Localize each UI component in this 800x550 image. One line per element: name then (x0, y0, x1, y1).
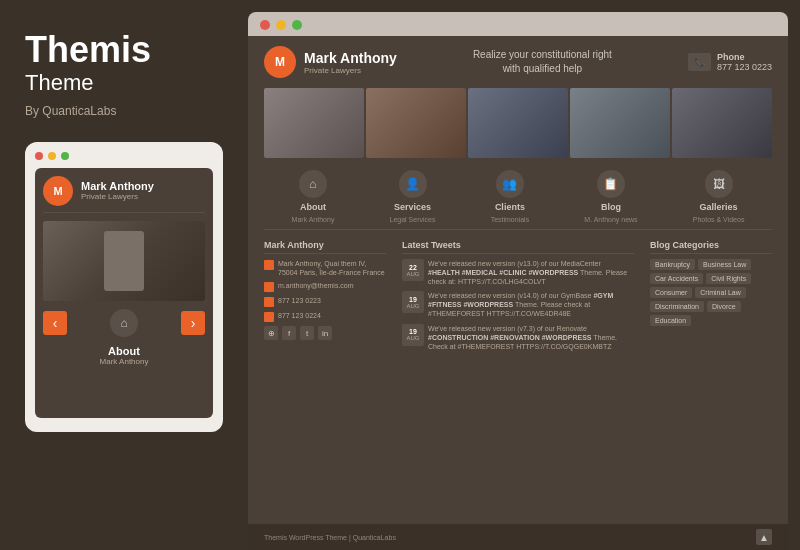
theme-by: By QuanticaLabs (25, 104, 223, 118)
tweet-2-month: AUG (406, 303, 419, 309)
mobile-prev-arrow[interactable]: ‹ (43, 311, 67, 335)
phone-icon: 📞 (688, 53, 711, 71)
categories-title: Blog Categories (650, 240, 772, 254)
tweet-2-day: 19 (409, 296, 417, 303)
nav-item-about[interactable]: ⌂ About Mark Anthony (292, 170, 335, 223)
phone-number: 877 123 0223 (717, 62, 772, 72)
nav-item-services[interactable]: 👤 Services Legal Services (390, 170, 436, 223)
site-name-sub: Private Lawyers (304, 66, 397, 75)
tweet-3-text: We've released new version (v7.3) of our… (428, 324, 634, 351)
social-row: ⊕ f t in (264, 326, 386, 340)
mobile-dot-red (35, 152, 43, 160)
mobile-footer-label: About (43, 345, 205, 357)
address-text: Mark Anthony, Quai them IV, 75004 Paris,… (278, 259, 386, 277)
contact-phone2: 877 123 0224 (264, 311, 386, 322)
mobile-name-group: Mark Anthony Private Lawyers (81, 180, 154, 201)
site-header: M Mark Anthony Private Lawyers Realize y… (248, 36, 788, 88)
cat-criminal-law[interactable]: Criminal Law (695, 287, 745, 298)
tweets-title: Latest Tweets (402, 240, 634, 254)
tweet-2: 19 AUG We've released new version (v14.0… (402, 291, 634, 318)
galleries-label: Galleries (700, 202, 738, 212)
social-linkedin[interactable]: in (318, 326, 332, 340)
mobile-navigation[interactable]: ‹ ⌂ › (43, 309, 205, 337)
social-facebook[interactable]: f (282, 326, 296, 340)
mobile-logo: M (43, 176, 73, 206)
phone1-icon (264, 297, 274, 307)
strip-image-1 (264, 88, 364, 158)
cat-consumer[interactable]: Consumer (650, 287, 692, 298)
social-rss[interactable]: ⊕ (264, 326, 278, 340)
mobile-home-icon[interactable]: ⌂ (110, 309, 138, 337)
mobile-site-name: Mark Anthony (81, 180, 154, 192)
browser-dot-green[interactable] (292, 20, 302, 30)
mobile-dot-green (61, 152, 69, 160)
tweet-3-day: 19 (409, 328, 417, 335)
site-phone: 📞 Phone 877 123 0223 (688, 52, 772, 72)
theme-title: Themis (25, 30, 223, 70)
mobile-site-header: M Mark Anthony Private Lawyers (43, 176, 205, 213)
mobile-footer-sub: Mark Anthony (43, 357, 205, 366)
strip-image-5 (672, 88, 772, 158)
tweets-column: Latest Tweets 22 AUG We've released new … (394, 240, 642, 518)
mobile-site-sub: Private Lawyers (81, 192, 154, 201)
separator (264, 229, 772, 230)
nav-item-clients[interactable]: 👥 Clients Testimonials (491, 170, 530, 223)
phone-info: Phone 877 123 0223 (717, 52, 772, 72)
mobile-next-arrow[interactable]: › (181, 311, 205, 335)
phone-label: Phone (717, 52, 772, 62)
site-tagline: Realize your constitutional right with q… (473, 48, 612, 76)
strip-image-3 (468, 88, 568, 158)
about-label: About (300, 202, 326, 212)
clients-sublabel: Testimonials (491, 216, 530, 223)
email-icon (264, 282, 274, 292)
site-name-group: Mark Anthony Private Lawyers (304, 50, 397, 75)
cat-car-accidents[interactable]: Car Accidents (650, 273, 703, 284)
nav-item-blog[interactable]: 📋 Blog M. Anthony news (584, 170, 637, 223)
category-grid: Bankruptcy Business Law Car Accidents Ci… (650, 259, 772, 326)
cat-discrimination[interactable]: Discrimination (650, 301, 704, 312)
nav-item-galleries[interactable]: 🖼 Galleries Photos & Videos (693, 170, 745, 223)
tweet-3-date: 19 AUG (402, 324, 424, 346)
left-panel: Themis Theme By QuanticaLabs M Mark Anth… (0, 0, 248, 550)
galleries-icon: 🖼 (705, 170, 733, 198)
clients-label: Clients (495, 202, 525, 212)
browser-panel: M Mark Anthony Private Lawyers Realize y… (248, 12, 788, 550)
cat-education[interactable]: Education (650, 315, 691, 326)
phone2-icon (264, 312, 274, 322)
blog-icon: 📋 (597, 170, 625, 198)
about-icon: ⌂ (299, 170, 327, 198)
services-icon: 👤 (399, 170, 427, 198)
social-twitter[interactable]: t (300, 326, 314, 340)
mobile-window-controls (35, 152, 213, 160)
contact-email: m.anthony@themis.com (264, 281, 386, 292)
nav-icons-row: ⌂ About Mark Anthony 👤 Services Legal Se… (248, 164, 788, 229)
scroll-top-button[interactable]: ▲ (756, 529, 772, 545)
contact-phone1: 877 123 0223 (264, 296, 386, 307)
browser-dot-red[interactable] (260, 20, 270, 30)
cat-bankruptcy[interactable]: Bankruptcy (650, 259, 695, 270)
site-logo: M (264, 46, 296, 78)
tweet-3-month: AUG (406, 335, 419, 341)
contact-title: Mark Anthony (264, 240, 386, 254)
blog-label: Blog (601, 202, 621, 212)
browser-dot-yellow[interactable] (276, 20, 286, 30)
clients-icon: 👥 (496, 170, 524, 198)
mobile-img-placeholder (43, 221, 205, 301)
site-name: Mark Anthony (304, 50, 397, 66)
categories-column: Blog Categories Bankruptcy Business Law … (642, 240, 772, 518)
cat-business-law[interactable]: Business Law (698, 259, 751, 270)
tweet-1-month: AUG (406, 271, 419, 277)
tweet-1-date: 22 AUG (402, 259, 424, 281)
cat-civil-rights[interactable]: Civil Rights (706, 273, 751, 284)
tagline-line2: with qualified help (473, 62, 612, 76)
cat-divorce[interactable]: Divorce (707, 301, 741, 312)
tweet-3: 19 AUG We've released new version (v7.3)… (402, 324, 634, 351)
galleries-sublabel: Photos & Videos (693, 216, 745, 223)
phone2-text: 877 123 0224 (278, 311, 321, 320)
browser-chrome (248, 12, 788, 36)
theme-subtitle: Theme (25, 70, 223, 96)
blog-sublabel: M. Anthony news (584, 216, 637, 223)
mobile-dot-yellow (48, 152, 56, 160)
mobile-hero-image (43, 221, 205, 301)
mobile-preview: M Mark Anthony Private Lawyers ‹ ⌂ › Abo… (25, 142, 223, 432)
